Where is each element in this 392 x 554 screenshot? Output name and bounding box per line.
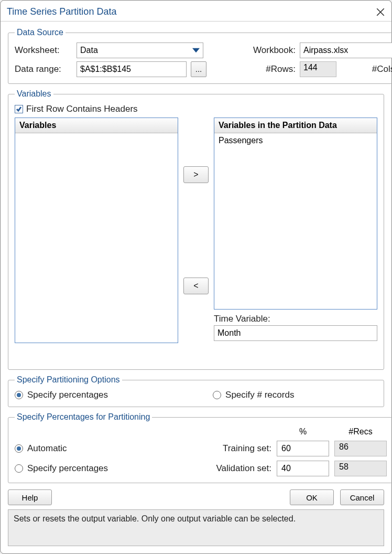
training-percent-input[interactable]: [277, 441, 329, 456]
first-row-label: First Row Contains Headers: [26, 104, 138, 114]
data-range-picker-button[interactable]: ...: [191, 61, 206, 77]
validation-label: Validation set:: [209, 463, 271, 474]
time-variable-input[interactable]: [214, 325, 377, 341]
workbook-value: Airpass.xlsx: [303, 46, 348, 55]
data-source-group: Data Source Worksheet: Data Workbook: Ai…: [8, 28, 392, 84]
specify-records-radio[interactable]: [213, 391, 221, 399]
specify-pct-label: Specify percentages: [27, 463, 108, 474]
recs-header: #Recs: [334, 427, 387, 436]
data-range-input[interactable]: [77, 61, 187, 77]
rows-label: #Rows:: [243, 64, 296, 74]
status-bar: Sets or resets the output variable. Only…: [8, 509, 384, 546]
percentages-legend: Specify Percentages for Partitioning: [15, 412, 152, 422]
move-right-button[interactable]: >: [183, 166, 209, 183]
training-label: Training set:: [209, 443, 271, 454]
specify-records-label: Specify # records: [225, 390, 294, 400]
available-variables-header: Variables: [15, 118, 178, 133]
specify-pct-radio[interactable]: [15, 464, 23, 473]
first-row-checkbox[interactable]: [15, 105, 23, 113]
close-icon[interactable]: [376, 7, 385, 17]
ok-button[interactable]: OK: [290, 489, 334, 505]
workbook-combo[interactable]: Airpass.xlsx: [300, 42, 392, 58]
variables-group: Variables First Row Contains Headers Var…: [8, 89, 384, 370]
validation-recs-value: 58: [334, 461, 387, 476]
automatic-radio[interactable]: [15, 444, 23, 453]
data-source-legend: Data Source: [15, 28, 66, 37]
cols-label: #Cols:: [366, 64, 392, 74]
worksheet-label: Worksheet:: [15, 45, 72, 56]
rows-value: 144: [300, 61, 336, 77]
move-left-button[interactable]: <: [183, 278, 209, 294]
time-variable-label: Time Variable:: [214, 314, 270, 324]
available-variables-list[interactable]: Variables: [15, 118, 178, 343]
variables-legend: Variables: [15, 89, 53, 99]
check-icon: [16, 106, 22, 112]
list-item[interactable]: Passengers: [214, 133, 377, 148]
partitioning-options-group: Specify Partitioning Options Specify per…: [8, 375, 384, 407]
titlebar: Time Series Partition Data: [1, 1, 391, 22]
help-button[interactable]: Help: [8, 489, 52, 505]
specify-percentages-radio[interactable]: [15, 391, 23, 399]
partitioning-options-legend: Specify Partitioning Options: [15, 375, 122, 385]
chevron-down-icon: [192, 47, 200, 54]
specify-percentages-label: Specify percentages: [27, 390, 108, 400]
worksheet-combo[interactable]: Data: [77, 42, 203, 58]
percentages-group: Specify Percentages for Partitioning % #…: [8, 412, 392, 483]
worksheet-value: Data: [80, 46, 98, 55]
workbook-label: Workbook:: [243, 45, 296, 56]
validation-percent-input[interactable]: [277, 461, 329, 476]
cancel-button[interactable]: Cancel: [340, 489, 384, 505]
training-recs-value: 86: [334, 441, 387, 456]
partition-variables-list[interactable]: Variables in the Partition Data Passenge…: [214, 118, 377, 310]
automatic-label: Automatic: [27, 443, 67, 454]
partition-variables-header: Variables in the Partition Data: [214, 118, 377, 133]
dialog-window: Time Series Partition Data Data Source W…: [0, 0, 392, 554]
data-range-label: Data range:: [15, 64, 72, 74]
percent-header: %: [277, 427, 329, 436]
window-title: Time Series Partition Data: [7, 6, 116, 17]
